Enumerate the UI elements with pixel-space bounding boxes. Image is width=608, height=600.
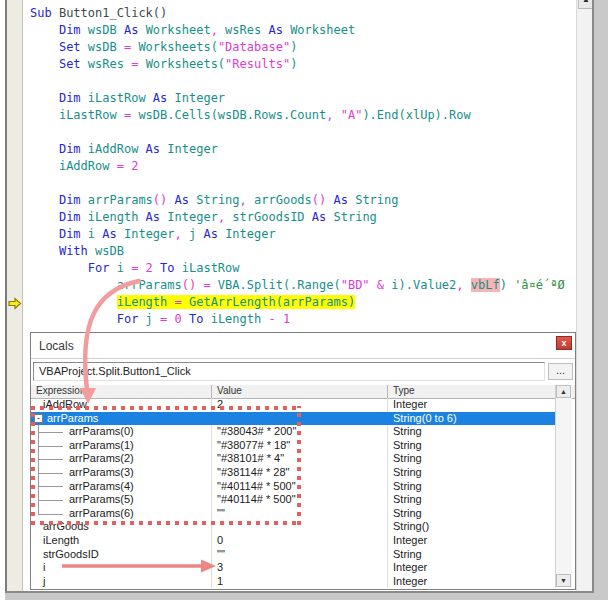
value-cell: "#40114# * 500" — [212, 493, 388, 507]
type-cell: Integer — [388, 398, 556, 412]
locals-row[interactable]: arrParams(0)"#38043# * 200"String — [31, 425, 556, 439]
type-cell: String — [388, 493, 556, 507]
type-cell: String — [388, 480, 556, 494]
expression-cell: arrParams(4) — [69, 480, 134, 492]
locals-row[interactable]: arrParams(1)"#38077# * 18"String — [31, 439, 556, 453]
code-line: Dim arrParams() As String, arrGoods() As… — [30, 192, 565, 209]
code-line: iLength = GetArrLength(arrParams) — [30, 294, 565, 311]
value-cell: "" — [212, 548, 388, 562]
type-cell: String(0 to 6) — [388, 412, 556, 426]
expression-cell: i — [43, 561, 45, 573]
locals-window: Locals x VBAProject.Split.Button1_Click … — [30, 332, 576, 590]
locals-row[interactable]: iAddRow2Integer — [31, 398, 556, 412]
type-cell: String() — [388, 520, 556, 534]
tree-connector — [38, 514, 63, 515]
locals-row[interactable]: i3Integer — [31, 561, 556, 575]
type-cell: Integer — [388, 575, 556, 589]
locals-row[interactable]: arrParams(4)"#40114# * 500"String — [31, 480, 556, 494]
code-line — [30, 73, 565, 90]
value-cell: "#40114# * 500" — [212, 480, 388, 494]
code-line — [30, 175, 565, 192]
code-line: iLastRow = wsDB.Cells(wsDB.Rows.Count, "… — [30, 107, 565, 124]
scroll-up-icon[interactable]: ▲ — [556, 385, 571, 398]
close-icon[interactable]: x — [556, 336, 572, 350]
locals-scrollbar[interactable]: ▲ ▼ — [555, 385, 572, 587]
value-cell: 2 — [212, 398, 388, 412]
value-cell: "#38043# * 200" — [212, 425, 388, 439]
code-line: arrParams() = VBA.Split(.Range("BD" & i)… — [30, 277, 565, 294]
locals-row[interactable]: -arrParamsString(0 to 6) — [31, 412, 556, 426]
expression-cell: j — [43, 575, 45, 587]
locals-row[interactable]: arrParams(3)"#38114# * 28"String — [31, 466, 556, 480]
value-cell: "" — [212, 507, 388, 521]
tree-connector — [38, 459, 63, 460]
tree-connector — [38, 486, 63, 487]
value-cell — [212, 520, 388, 534]
expression-cell: iAddRow — [43, 398, 87, 410]
type-cell: String — [388, 452, 556, 466]
expression-cell: arrParams(6) — [69, 507, 134, 519]
tree-connector — [38, 473, 63, 474]
tree-connector — [38, 500, 63, 501]
expression-cell: arrParams(1) — [69, 439, 134, 451]
background-band-right — [594, 0, 608, 600]
value-cell — [212, 412, 388, 426]
value-cell: 1 — [212, 575, 388, 589]
more-button[interactable]: ... — [548, 363, 573, 380]
expression-cell: arrGoods — [43, 520, 89, 532]
expression-cell: arrParams(2) — [69, 452, 134, 464]
expression-cell: arrParams — [47, 412, 98, 424]
code-line: Dim iAddRow As Integer — [30, 141, 565, 158]
locals-row[interactable]: arrGoodsString() — [31, 520, 556, 534]
scroll-down-icon[interactable]: ▼ — [556, 574, 571, 587]
code-line: With wsDB — [30, 243, 565, 260]
tree-connector — [38, 507, 39, 514]
value-cell: "#38077# * 18" — [212, 439, 388, 453]
locals-title: Locals — [39, 339, 74, 353]
locals-grid: Expression Value Type iAddRow2Integer-ar… — [31, 385, 575, 589]
locals-grid-header: Expression Value Type — [31, 385, 575, 399]
code-line: Dim iLength As Integer, strGoodsID As St… — [30, 209, 565, 226]
code-line: Set wsDB = Worksheets("Database") — [30, 39, 565, 56]
locals-row[interactable]: arrParams(5)"#40114# * 500"String — [31, 493, 556, 507]
locals-row[interactable]: arrParams(2)"#38101# * 4"String — [31, 452, 556, 466]
code-line: Dim i As Integer, j As Integer — [30, 226, 565, 243]
tree-connector — [38, 446, 63, 447]
locals-row[interactable]: iLength0Integer — [31, 534, 556, 548]
locals-row[interactable]: arrParams(6)""String — [31, 507, 556, 521]
expression-cell: arrParams(0) — [69, 425, 134, 437]
type-cell: String — [388, 439, 556, 453]
value-cell: "#38114# * 28" — [212, 466, 388, 480]
collapse-expander-icon[interactable]: - — [34, 414, 43, 423]
locals-rows: iAddRow2Integer-arrParamsString(0 to 6)a… — [31, 398, 556, 589]
type-cell: Integer — [388, 534, 556, 548]
execution-point-arrow-icon — [7, 296, 22, 314]
tree-connector — [38, 432, 63, 433]
code-line: For i = 2 To iLastRow — [30, 260, 565, 277]
locals-title-bar: Locals x — [31, 333, 575, 359]
code-vertical-scrollbar[interactable]: ▲ — [576, 0, 593, 593]
locals-context-field[interactable]: VBAProject.Split.Button1_Click — [33, 362, 545, 381]
code-lines: Sub Button1_Click() Dim wsDB As Workshee… — [30, 5, 565, 328]
value-cell: 3 — [212, 561, 388, 575]
locals-row[interactable]: j1Integer — [31, 575, 556, 589]
type-cell: String — [388, 548, 556, 562]
code-line — [30, 124, 565, 141]
locals-row[interactable]: strGoodsID""String — [31, 548, 556, 562]
column-header-value[interactable]: Value — [212, 385, 388, 398]
expression-cell: arrParams(3) — [69, 466, 134, 478]
column-header-expression[interactable]: Expression — [31, 385, 212, 398]
expression-cell: strGoodsID — [43, 548, 99, 560]
type-cell: String — [388, 507, 556, 521]
column-header-type[interactable]: Type — [388, 385, 556, 398]
expression-cell: arrParams(5) — [69, 493, 134, 505]
breakpoint-gutter[interactable] — [7, 0, 23, 592]
type-cell: Integer — [388, 561, 556, 575]
code-line: For j = 0 To iLength - 1 — [30, 311, 565, 328]
value-cell: 0 — [212, 534, 388, 548]
value-cell: "#38101# * 4" — [212, 452, 388, 466]
code-line: Dim wsDB As Worksheet, wsRes As Workshee… — [30, 22, 565, 39]
locals-context-row: VBAProject.Split.Button1_Click ... — [31, 359, 575, 385]
code-line: iAddRow = 2 — [30, 158, 565, 175]
background-band-bottom — [5, 593, 608, 600]
